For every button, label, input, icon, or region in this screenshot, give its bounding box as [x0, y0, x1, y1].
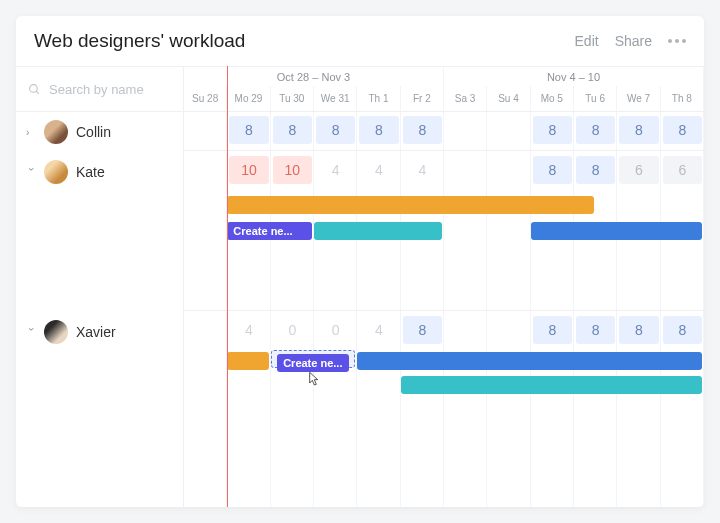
- lane-divider: [184, 150, 704, 151]
- task-bar[interactable]: [357, 352, 702, 370]
- workload-cell: 8: [403, 316, 442, 344]
- day-cell: Th 1: [357, 86, 400, 111]
- day-cell: We 31: [314, 86, 357, 111]
- workload-cell: 4: [359, 156, 398, 184]
- workload-cell: 8: [576, 316, 615, 344]
- search-placeholder: Search by name: [49, 82, 144, 97]
- avatar: [44, 320, 68, 344]
- header: Web designers' workload Edit Share: [16, 16, 704, 66]
- day-cell: Fr 2: [401, 86, 444, 111]
- person-name: Kate: [76, 164, 105, 180]
- person-collin[interactable]: › Collin: [16, 114, 183, 150]
- task-bar[interactable]: [401, 376, 702, 394]
- day-cell: We 7: [617, 86, 660, 111]
- svg-point-0: [30, 84, 38, 92]
- timeline: Oct 28 – Nov 3 Nov 4 – 10 Su 28 Mo 29 Tu…: [184, 66, 704, 507]
- body: Search by name › Collin › Kate › Xavier: [16, 66, 704, 507]
- day-cell: Su 4: [487, 86, 530, 111]
- day-cell: Tu 6: [574, 86, 617, 111]
- workload-cell: 8: [229, 116, 268, 144]
- person-name: Xavier: [76, 324, 116, 340]
- workload-cell: 8: [663, 316, 702, 344]
- edit-button[interactable]: Edit: [575, 33, 599, 49]
- chevron-down-icon[interactable]: ›: [26, 327, 37, 337]
- day-cell: Tu 30: [271, 86, 314, 111]
- workload-cell: 10: [273, 156, 312, 184]
- day-row: Su 28 Mo 29 Tu 30 We 31 Th 1 Fr 2 Sa 3 S…: [184, 86, 704, 112]
- task-bar[interactable]: [314, 222, 442, 240]
- workload-cell: 0: [273, 316, 312, 344]
- day-cell: Su 28: [184, 86, 227, 111]
- task-bar[interactable]: [227, 352, 268, 370]
- workload-cell: 8: [533, 116, 572, 144]
- cursor-icon: [305, 370, 321, 388]
- search-row[interactable]: Search by name: [16, 66, 183, 112]
- workload-cell: 8: [663, 116, 702, 144]
- avatar: [44, 160, 68, 184]
- person-kate[interactable]: › Kate: [16, 154, 183, 190]
- person-name: Collin: [76, 124, 111, 140]
- svg-line-1: [36, 91, 39, 94]
- day-cell: Sa 3: [444, 86, 487, 111]
- week-label: Nov 4 – 10: [444, 67, 704, 86]
- workload-cell: 4: [316, 156, 355, 184]
- share-button[interactable]: Share: [615, 33, 652, 49]
- workload-cell: 4: [359, 316, 398, 344]
- workload-cell: 4: [229, 316, 268, 344]
- workload-cell: 8: [533, 316, 572, 344]
- workload-cell: 8: [273, 116, 312, 144]
- workload-cell: 8: [619, 116, 658, 144]
- task-bar[interactable]: [531, 222, 702, 240]
- workload-cell: 8: [316, 116, 355, 144]
- workload-cell: 8: [619, 316, 658, 344]
- header-actions: Edit Share: [575, 33, 686, 49]
- page-title: Web designers' workload: [34, 30, 245, 52]
- lanes[interactable]: 88888888810104448866Create ne...40048888…: [184, 112, 704, 507]
- more-icon[interactable]: [668, 39, 686, 43]
- workload-card: Web designers' workload Edit Share Searc…: [16, 16, 704, 507]
- today-line: [227, 66, 228, 507]
- workload-cell: 10: [229, 156, 268, 184]
- sidebar: Search by name › Collin › Kate › Xavier: [16, 66, 184, 507]
- week-row: Oct 28 – Nov 3 Nov 4 – 10: [184, 66, 704, 86]
- workload-cell: 8: [359, 116, 398, 144]
- workload-cell: 0: [316, 316, 355, 344]
- task-bar[interactable]: [227, 196, 593, 214]
- day-cell: Mo 5: [531, 86, 574, 111]
- week-label: Oct 28 – Nov 3: [184, 67, 444, 86]
- lane-divider: [184, 310, 704, 311]
- day-cell: Th 8: [661, 86, 704, 111]
- person-xavier[interactable]: › Xavier: [16, 314, 183, 350]
- workload-cell: 8: [576, 156, 615, 184]
- workload-cell: 8: [576, 116, 615, 144]
- workload-cell: 6: [663, 156, 702, 184]
- chevron-down-icon[interactable]: ›: [26, 167, 37, 177]
- avatar: [44, 120, 68, 144]
- workload-cell: 6: [619, 156, 658, 184]
- search-icon: [28, 83, 41, 96]
- timeline-header: Oct 28 – Nov 3 Nov 4 – 10 Su 28 Mo 29 Tu…: [184, 66, 704, 112]
- day-cell: Mo 29: [227, 86, 270, 111]
- chevron-right-icon[interactable]: ›: [26, 127, 36, 138]
- create-task-bar[interactable]: Create ne...: [227, 222, 312, 240]
- workload-cell: 4: [403, 156, 442, 184]
- workload-cell: 8: [533, 156, 572, 184]
- workload-cell: 8: [403, 116, 442, 144]
